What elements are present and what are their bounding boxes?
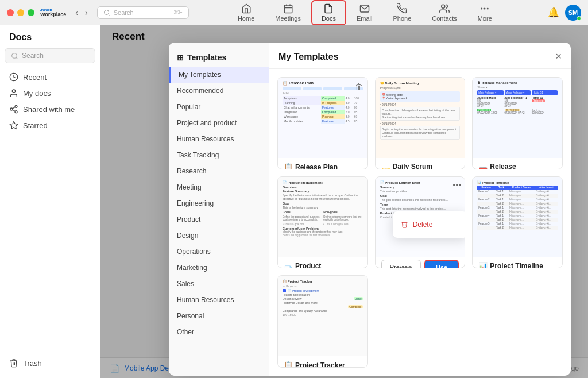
sidebar-item-popular[interactable]: Popular [169,99,269,115]
maximize-dot[interactable] [28,9,34,16]
topnav-email[interactable]: Email [346,0,383,25]
sidebar-item-design[interactable]: Design [169,227,269,244]
templates-sidebar-title: Templates [187,53,226,62]
titlebar: zoom Workplace ‹ › Search ⌘F Home Meetin… [0,0,588,25]
svg-point-6 [481,8,482,9]
template-card-product-req[interactable]: 📄 Product Requirement Overview Feature S… [277,176,368,269]
search-text: Search [114,9,134,16]
preview-button[interactable]: Preview [381,260,421,269]
topnav-contacts[interactable]: Contacts [421,0,467,25]
sidebar-item-recommended[interactable]: Recommended [169,83,269,99]
release-plan-delete-icon[interactable]: 🗑 [355,82,363,91]
release-plan-emoji: 📋 [284,163,293,169]
topnav-phone[interactable]: Phone [382,0,421,25]
sidebar-item-mydocs[interactable]: My docs [5,85,95,101]
svg-point-0 [104,10,109,14]
sidebar-search[interactable]: Search [5,48,95,63]
sidebar-item-product[interactable]: Product [169,211,269,227]
sidebar-bottom: Trash [5,350,95,371]
scrum-footer: 🤝 Daily Scrum Meeting [376,158,465,169]
svg-point-14 [15,111,17,113]
search-icon [103,9,110,16]
svg-point-5 [442,5,445,8]
window-controls [7,9,34,16]
sidebar-item-personal[interactable]: Personal [169,308,269,324]
topnav-home[interactable]: Home [227,0,265,25]
svg-point-13 [10,108,13,110]
zoom-logo: zoom Workplace [40,7,66,17]
topnav-docs-label: Docs [322,15,336,22]
content-area: Recent ⊞ Templates My Templates Recommen… [100,25,588,378]
sidebar-mydocs-label: My docs [23,89,51,98]
scrum-preview: 🤝 Daily Scrum Meeting Progress Sync 📅 Me… [376,78,465,158]
topnav-more[interactable]: More [467,0,502,25]
sidebar-item-recent[interactable]: Recent [5,69,95,85]
template-card-launch-brief[interactable]: 📄 Product Launch Brief Summary This sect… [375,176,466,269]
release-mgmt-footer: 🗓️ Release Management [473,158,562,169]
template-card-release-mgmt[interactable]: 🗓 Release Management Share ▾ Main Releas… [472,77,563,169]
sidebar-starred-label: Starred [23,121,48,130]
templates-main: My Templates × 📋 Release Plan [269,43,571,376]
product-req-title: Product Requirement [295,262,362,269]
search-shortcut: ⌘F [173,9,183,16]
forward-button[interactable]: › [83,7,90,18]
topnav-meetings-label: Meetings [275,15,301,22]
topnav-email-label: Email [357,15,373,22]
sidebar-item-tasktracking[interactable]: Task Tracking [169,147,269,163]
delete-button[interactable]: Delete [393,216,466,233]
svg-marker-17 [10,121,17,129]
template-card-project-tracker[interactable]: 📋 Project Tracker ▼ Projects 📄 Product d… [277,275,368,368]
sidebar-item-project[interactable]: Project and product [169,115,269,131]
global-search[interactable]: Search ⌘F [97,6,189,19]
main-layout: Docs Search Recent My docs Shared with m… [0,25,588,378]
templates-header: My Templates × [269,43,571,69]
avatar[interactable]: SM [565,5,581,21]
sidebar-item-sales[interactable]: Sales [169,276,269,292]
project-timeline-preview: 📊 Project Timeline Feature Task Product … [473,177,562,257]
templates-grid-icon: ⊞ [177,53,184,62]
minimize-dot[interactable] [17,9,24,16]
sidebar-item-meeting[interactable]: Meeting [169,179,269,195]
close-button[interactable]: × [555,51,562,63]
sidebar-item-hr[interactable]: Human Resources [169,131,269,147]
templates-sidebar: ⊞ Templates My Templates Recommended Pop… [169,43,269,376]
template-card-release-plan[interactable]: 📋 Release Plan AIM T [277,77,368,169]
sidebar-item-humanresources2[interactable]: Human Resources [169,292,269,308]
nav-arrows: ‹ › [73,7,90,18]
templates-modal: ⊞ Templates My Templates Recommended Pop… [169,43,571,376]
sidebar-item-research[interactable]: Research [169,163,269,179]
back-button[interactable]: ‹ [73,7,80,18]
release-mgmt-preview: 🗓 Release Management Share ▾ Main Releas… [473,78,562,158]
close-dot[interactable] [7,9,14,16]
topnav-more-label: More [478,15,492,22]
titlebar-right: 🔔 SM [548,5,581,21]
topnav-docs[interactable]: Docs [311,0,346,25]
template-card-scrum[interactable]: 🤝 Daily Scrum Meeting Progress Sync 📅 Me… [375,77,466,169]
launch-brief-more-icon[interactable]: ••• [453,180,462,190]
sidebar-item-operations[interactable]: Operations [169,244,269,260]
templates-sidebar-header: ⊞ Templates [169,48,269,67]
sidebar-item-engineering[interactable]: Engineering [169,195,269,211]
notifications-bell[interactable]: 🔔 [548,7,559,18]
sidebar-item-other[interactable]: Other [169,324,269,340]
topnav-phone-label: Phone [393,15,411,22]
sidebar-item-marketing[interactable]: Marketing [169,260,269,276]
sidebar-trash-label: Trash [23,359,42,368]
use-button[interactable]: Use [424,260,459,269]
scrum-title: Daily Scrum Meeting [393,163,459,169]
topnav-meetings[interactable]: Meetings [265,0,311,25]
sidebar-item-mytemplates[interactable]: My Templates [169,67,269,83]
svg-point-8 [488,8,489,9]
delete-popup: Delete [393,211,466,238]
release-plan-preview: 📋 Release Plan AIM T [278,78,368,158]
project-timeline-title: Project Timeline [490,262,543,268]
template-card-project-timeline[interactable]: 📊 Project Timeline Feature Task Product … [472,176,563,269]
sidebar-item-starred[interactable]: Starred [5,117,95,133]
templates-title: My Templates [278,52,339,62]
svg-rect-1 [284,5,292,13]
sidebar-item-trash[interactable]: Trash [5,355,95,371]
product-req-preview: 📄 Product Requirement Overview Feature S… [278,177,368,257]
sidebar-item-shared[interactable]: Shared with me [5,101,95,117]
templates-grid: 📋 Release Plan AIM T [269,69,571,376]
svg-point-11 [12,90,15,92]
